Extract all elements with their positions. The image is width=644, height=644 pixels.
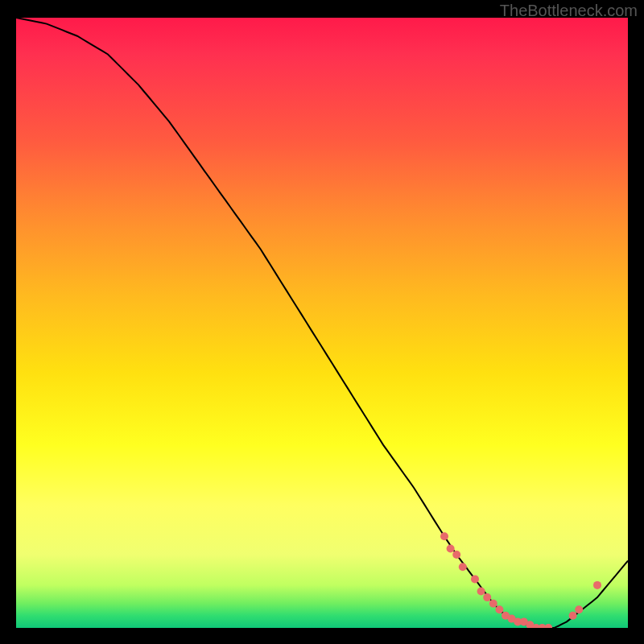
marker-dot	[569, 612, 577, 620]
curve-svg	[16, 18, 628, 628]
marker-dot	[483, 593, 491, 601]
marker-dot	[593, 581, 601, 589]
bottleneck-curve	[16, 18, 628, 628]
watermark-text: TheBottleneck.com	[500, 2, 638, 20]
marker-dot	[575, 605, 583, 613]
plot-area	[16, 18, 628, 628]
marker-dot	[452, 551, 460, 559]
marker-dot	[440, 532, 448, 540]
chart-container: TheBottleneck.com	[0, 0, 644, 644]
marker-dot	[459, 563, 467, 571]
marker-dot	[447, 545, 455, 553]
marker-dot	[477, 588, 485, 596]
marker-dot	[471, 575, 479, 583]
marker-dot	[544, 624, 552, 628]
marker-dot	[489, 600, 497, 608]
marker-dot	[495, 605, 503, 613]
